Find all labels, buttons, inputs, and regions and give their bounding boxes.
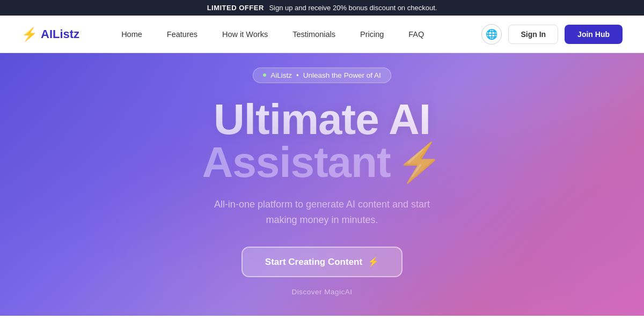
nav-home[interactable]: Home	[112, 26, 152, 43]
discover-text: Discover MagicAI	[291, 288, 352, 296]
sign-in-button[interactable]: Sign In	[508, 25, 558, 44]
logo-text: AIListz	[41, 27, 79, 41]
navbar: ⚡ AIListz Home Features How it Works Tes…	[0, 16, 644, 53]
nav-links: Home Features How it Works Testimonials …	[112, 26, 481, 43]
hero-title-assistant: Assistant	[202, 141, 390, 184]
badge-dot	[263, 73, 266, 77]
offer-label: LIMITED OFFER	[207, 4, 264, 12]
badge-tagline: Unleash the Power of AI	[303, 71, 381, 79]
logo-icon: ⚡	[21, 27, 38, 42]
nav-pricing[interactable]: Pricing	[350, 26, 393, 43]
hero-title-line1: Ultimate AI	[214, 98, 430, 141]
nav-actions: 🌐 Sign In Join Hub	[481, 24, 623, 44]
hero-badge: AiListz • Unleash the Power of AI	[253, 68, 391, 83]
top-banner: LIMITED OFFER Sign up and receive 20% bo…	[0, 0, 644, 16]
badge-name: AiListz	[270, 71, 292, 79]
nav-features[interactable]: Features	[157, 26, 207, 43]
hero-lightning-icon: ⚡	[396, 144, 442, 181]
badge-separator: •	[296, 71, 299, 79]
globe-icon: 🌐	[486, 28, 497, 40]
offer-text: Sign up and receive 20% bonus discount o…	[269, 4, 437, 12]
logo[interactable]: ⚡ AIListz	[21, 27, 79, 42]
language-button[interactable]: 🌐	[481, 24, 502, 44]
nav-faq[interactable]: FAQ	[399, 26, 434, 43]
hero-subtitle: All-in-one platform to generate AI conte…	[204, 197, 440, 228]
hero-section: AiListz • Unleash the Power of AI Ultima…	[0, 53, 644, 316]
nav-testimonials[interactable]: Testimonials	[283, 26, 345, 43]
hero-title-line2: Assistant ⚡	[202, 141, 442, 184]
cta-button[interactable]: Start Creating Content ⚡	[241, 247, 402, 277]
join-hub-button[interactable]: Join Hub	[565, 25, 623, 44]
cta-icon: ⚡	[368, 256, 379, 268]
cta-label: Start Creating Content	[265, 257, 362, 268]
nav-how-it-works[interactable]: How it Works	[213, 26, 277, 43]
